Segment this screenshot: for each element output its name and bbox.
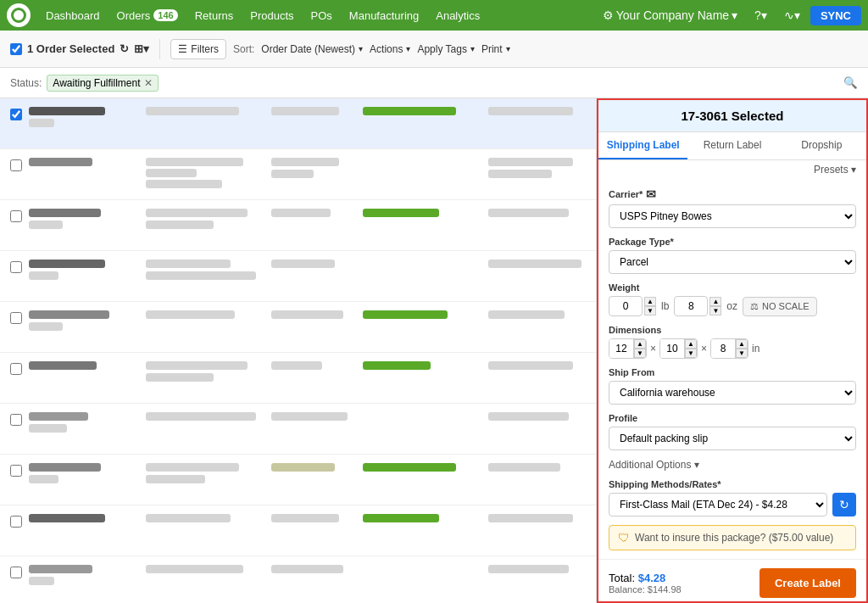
insure-banner[interactable]: 🛡 Want to insure this package? ($75.00 v… [609, 525, 856, 550]
dim-width-input[interactable] [660, 339, 684, 358]
shipping-rate-select[interactable]: First-Class Mail (ETA Dec 24) - $4.28 [609, 493, 827, 516]
nav-products[interactable]: Products [242, 0, 302, 31]
help-button[interactable]: ?▾ [748, 5, 774, 25]
weight-oz-down[interactable]: ▼ [709, 306, 721, 315]
create-label-button[interactable]: Create Label [760, 568, 856, 598]
row-content [29, 209, 597, 229]
table-row[interactable] [0, 556, 596, 603]
dim-length-up[interactable]: ▲ [634, 339, 646, 349]
weight-oz-unit: oz [726, 300, 737, 312]
activity-button[interactable]: ∿▾ [777, 5, 807, 25]
search-button[interactable]: 🔍 [843, 76, 858, 89]
row-checkbox[interactable] [10, 516, 22, 528]
dim-length-group: ▲ ▼ [609, 338, 647, 359]
dim-height-down[interactable]: ▼ [736, 349, 748, 358]
table-row[interactable] [0, 149, 596, 200]
dim-width-up[interactable]: ▲ [685, 339, 697, 349]
weight-lb-input[interactable] [609, 296, 643, 316]
nav-returns[interactable]: Returns [186, 0, 242, 31]
row-checkbox[interactable] [10, 159, 22, 171]
dim-x1: × [650, 343, 656, 355]
dim-height-input[interactable] [711, 339, 735, 358]
sync-button[interactable]: SYNC [810, 6, 861, 25]
filter-lines-icon: ☰ [178, 43, 187, 55]
dim-x2: × [701, 343, 707, 355]
dim-height-group: ▲ ▼ [710, 338, 748, 359]
carrier-field-group: Carrier* ✉ USPS Pitney Bowes [609, 187, 856, 228]
table-row[interactable] [0, 505, 596, 556]
row-checkbox[interactable] [10, 109, 22, 120]
nav-orders[interactable]: Orders 146 [108, 0, 186, 31]
tab-return-label[interactable]: Return Label [687, 132, 776, 159]
sort-dropdown[interactable]: Order Date (Newest) ▾ [261, 43, 363, 55]
status-filter-label: Status: [10, 77, 42, 89]
rates-row: First-Class Mail (ETA Dec 24) - $4.28 ↻ [609, 493, 856, 516]
profile-select[interactable]: Default packing slip [609, 427, 856, 450]
weight-oz-group: ▲ ▼ [674, 296, 721, 316]
row-checkbox[interactable] [10, 210, 22, 222]
apply-tags-dropdown[interactable]: Apply Tags ▾ [417, 43, 474, 55]
table-row[interactable] [0, 455, 596, 505]
label-panel: 17-3061 Selected Shipping Label Return L… [597, 98, 868, 603]
dim-length-input[interactable] [609, 339, 633, 358]
row-content [29, 361, 597, 382]
insure-icon: 🛡 [618, 531, 630, 544]
no-scale-button[interactable]: ⚖ NO SCALE [743, 297, 817, 316]
dim-length-down[interactable]: ▼ [634, 349, 646, 358]
row-checkbox[interactable] [10, 363, 22, 375]
settings-button[interactable]: ⚙ Your Company Name ▾ [596, 5, 744, 25]
ship-from-select[interactable]: California warehouse [609, 381, 856, 405]
carrier-select[interactable]: USPS Pitney Bowes [609, 204, 856, 228]
row-checkbox[interactable] [10, 465, 22, 477]
weight-row: ▲ ▼ lb ▲ ▼ oz ⚖ NO [609, 296, 856, 316]
weight-oz-spinners: ▲ ▼ [709, 297, 721, 315]
awaiting-fulfillment-tag[interactable]: Awaiting Fulfillment ✕ [47, 75, 158, 92]
nav-pos[interactable]: POs [303, 0, 341, 31]
nav-analytics[interactable]: Analytics [427, 0, 488, 31]
dim-width-spinners: ▲ ▼ [684, 339, 697, 358]
dim-width-group: ▲ ▼ [659, 338, 698, 359]
usps-icon: ✉ [646, 187, 656, 201]
weight-oz-up[interactable]: ▲ [709, 297, 721, 306]
row-checkbox[interactable] [10, 567, 22, 578]
filters-button[interactable]: ☰ Filters [170, 39, 226, 59]
row-checkbox[interactable] [10, 414, 22, 426]
tab-dropship[interactable]: Dropship [777, 132, 866, 159]
refresh-rates-button[interactable]: ↻ [832, 493, 856, 516]
package-type-select[interactable]: Parcel [609, 250, 856, 274]
weight-oz-input[interactable] [674, 296, 708, 316]
dim-height-up[interactable]: ▲ [736, 339, 748, 349]
table-row[interactable] [0, 251, 596, 302]
panel-tabs: Shipping Label Return Label Dropship [598, 132, 866, 160]
logo[interactable] [7, 3, 31, 27]
actions-dropdown[interactable]: Actions ▾ [370, 43, 410, 55]
weight-lb-spinners: ▲ ▼ [644, 297, 656, 315]
toolbar: 1 Order Selected ↻ ⊞▾ ☰ Filters Sort: Or… [0, 31, 868, 68]
refresh-icon[interactable]: ↻ [120, 42, 129, 55]
print-caret: ▾ [506, 44, 510, 53]
balance-label: Balance: $144.98 [609, 584, 682, 595]
table-row[interactable] [0, 404, 596, 455]
nav-dashboard[interactable]: Dashboard [37, 0, 108, 31]
weight-lb-up[interactable]: ▲ [644, 297, 656, 306]
package-type-label: Package Type* [609, 237, 856, 247]
remove-filter-icon[interactable]: ✕ [144, 77, 153, 89]
table-row[interactable] [0, 98, 596, 149]
shipping-rates-label: Shipping Methods/Rates* [609, 479, 856, 489]
dim-width-down[interactable]: ▼ [685, 349, 697, 358]
additional-options-toggle[interactable]: Additional Options ▾ [609, 459, 856, 471]
table-row[interactable] [0, 200, 596, 251]
profile-label: Profile [609, 413, 856, 423]
row-checkbox[interactable] [10, 312, 22, 324]
print-dropdown[interactable]: Print ▾ [481, 43, 510, 55]
presets-dropdown[interactable]: Presets ▾ [598, 160, 866, 179]
weight-lb-down[interactable]: ▼ [644, 306, 656, 315]
table-row[interactable] [0, 302, 596, 353]
filter-icon[interactable]: ⊞▾ [134, 42, 149, 55]
filter-bar: Status: Awaiting Fulfillment ✕ 🔍 [0, 68, 868, 98]
row-checkbox[interactable] [10, 261, 22, 273]
table-row[interactable] [0, 353, 596, 404]
nav-manufacturing[interactable]: Manufacturing [341, 0, 427, 31]
select-all-checkbox[interactable] [10, 43, 22, 55]
tab-shipping-label[interactable]: Shipping Label [598, 132, 687, 159]
